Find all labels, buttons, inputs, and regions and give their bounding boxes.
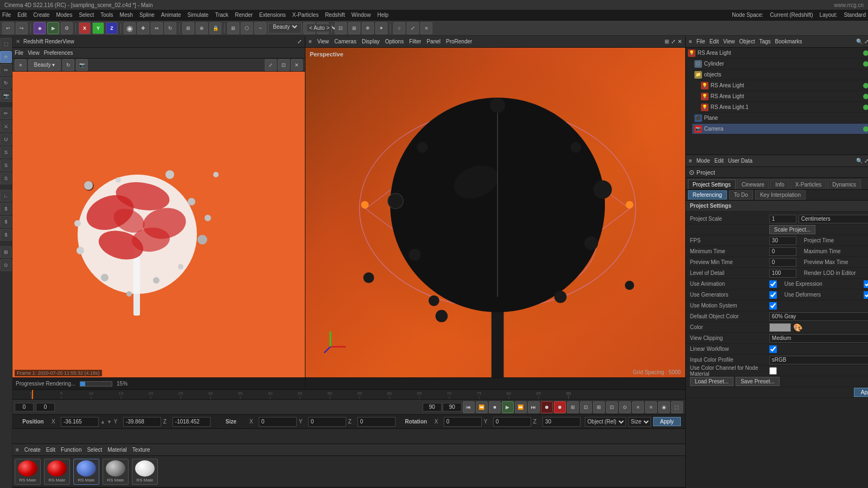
om-menu-object[interactable]: Object — [739, 38, 755, 44]
om-search-icon[interactable]: 🔍 — [856, 38, 863, 44]
timeline-extra-5[interactable]: ⊙ — [619, 401, 631, 413]
menu-redshift[interactable]: Redshift — [325, 12, 345, 18]
material-item-0[interactable]: RS Mate — [15, 459, 41, 485]
size-mode-select[interactable]: Size — [628, 417, 651, 427]
rl1-vis-1[interactable] — [863, 105, 868, 110]
subtab-referencing[interactable]: Referencing — [688, 190, 727, 200]
rv-tb-close2[interactable]: ✕ — [291, 59, 303, 71]
menu-window[interactable]: Window — [352, 12, 371, 18]
layout4-btn[interactable]: ✦ — [375, 22, 387, 34]
ps-unit-select[interactable]: Centimeters — [799, 215, 868, 223]
tool-select[interactable]: ⬚ — [0, 38, 12, 50]
mat-menu-hamburger[interactable]: ≡ — [16, 447, 19, 453]
material-item-2[interactable]: RS Mate — [73, 459, 99, 485]
fps-input[interactable] — [769, 236, 796, 245]
tab-project-settings[interactable]: Project Settings — [688, 179, 736, 189]
rot-z-input[interactable] — [542, 417, 580, 427]
mat-menu-material[interactable]: Material — [107, 447, 127, 453]
pv-icon-2[interactable]: ⤢ — [671, 38, 675, 44]
cam-vis-1[interactable] — [863, 126, 868, 132]
tool-s3[interactable]: S — [0, 172, 12, 184]
rv-menu-view[interactable]: View — [28, 50, 40, 56]
color-picker-icon[interactable]: 🎨 — [793, 323, 802, 332]
menu-simulate[interactable]: Simulate — [188, 12, 209, 18]
timeline-extra-3[interactable]: ⊞ — [593, 401, 605, 413]
coord-apply-btn[interactable]: Apply — [653, 417, 681, 426]
am-hamburger[interactable]: ≡ — [689, 158, 692, 164]
size-x-input[interactable] — [259, 417, 297, 427]
timeline-field-2[interactable] — [36, 403, 55, 412]
rv-menu-prefs[interactable]: Preferences — [44, 50, 73, 56]
am-menu-edit[interactable]: Edit — [714, 158, 724, 164]
obj-row-plane[interactable]: ⬛ Plane — [692, 113, 868, 124]
rv-tb-refresh[interactable]: ↻ — [62, 59, 74, 71]
rot-x-input[interactable] — [444, 417, 482, 427]
menu-track[interactable]: Track — [215, 12, 228, 18]
new-btn[interactable]: ◆ — [34, 22, 46, 34]
undo-btn[interactable]: ↩ — [2, 22, 14, 34]
apply-btn[interactable]: Apply — [854, 388, 868, 397]
pv-menu-filter[interactable]: Filter — [409, 38, 421, 44]
pv-canvas[interactable]: Perspective 人人素材 RRCG RRCG — [305, 48, 685, 377]
om-expand-icon[interactable]: ⤢ — [864, 38, 868, 44]
color-profile-select[interactable]: sRGB — [769, 356, 868, 364]
save-preset-btn[interactable]: Save Preset... — [736, 377, 780, 386]
menu-mesh[interactable]: Mesh — [120, 12, 133, 18]
menu-select[interactable]: Select — [79, 12, 94, 18]
om-menu-bookmarks[interactable]: Bookmarks — [775, 38, 802, 44]
layout3-btn[interactable]: ❄ — [362, 22, 374, 34]
am-expand-icon[interactable]: ⤢ — [864, 158, 868, 164]
timeline-extra-1[interactable]: ⊞ — [567, 401, 579, 413]
rv-tb-1[interactable]: ≡ — [15, 59, 27, 71]
deform-btn[interactable]: ~ — [254, 22, 266, 34]
am-search-icon[interactable]: 🔍 — [856, 158, 863, 164]
pv-menu-panel[interactable]: Panel — [426, 38, 441, 44]
timeline-extra-4[interactable]: ⊡ — [606, 401, 618, 413]
ps-input[interactable] — [769, 215, 796, 223]
tool-null[interactable]: ⊙ — [0, 259, 12, 271]
menu-spline[interactable]: Spline — [139, 12, 155, 18]
menu-create[interactable]: Create — [33, 12, 49, 18]
tool-dollar2[interactable]: $ — [0, 216, 12, 228]
obj-btn[interactable]: ◉ — [124, 22, 136, 34]
coord-system-select[interactable]: Object (Rel) — [585, 417, 626, 427]
obj-row-cylinder[interactable]: ⬡ Cylinder — [692, 59, 868, 69]
pv-menu-cameras[interactable]: Cameras — [334, 38, 356, 44]
om-menu-tags[interactable]: Tags — [759, 38, 770, 44]
pv-menu-prorender[interactable]: ProRender — [446, 38, 472, 44]
tab-info[interactable]: Info — [770, 179, 789, 189]
axis-btn[interactable]: ⊕ — [196, 22, 208, 34]
rot-y-input[interactable] — [493, 417, 531, 427]
mode-y-btn[interactable]: Y — [92, 22, 104, 34]
render-btn[interactable]: ▶ — [47, 22, 59, 34]
min-time-input[interactable] — [769, 247, 796, 256]
play-start-btn[interactable]: ⏮ — [463, 401, 475, 413]
rotate-btn[interactable]: ↻ — [164, 22, 176, 34]
timeline-end-2[interactable] — [443, 403, 462, 412]
prev-min-input[interactable] — [769, 258, 796, 267]
play-prev-btn[interactable]: ⏪ — [476, 401, 488, 413]
om-menu-file[interactable]: File — [697, 38, 705, 44]
pos-y-input[interactable]: -39.868 — [123, 417, 161, 427]
rv-canvas[interactable]: RRCG 人人素材 — [12, 72, 305, 377]
render-view-expand[interactable]: ⤢ — [297, 38, 302, 44]
play-end-btn[interactable]: ⏭ — [528, 401, 540, 413]
rv-menu-file[interactable]: File — [15, 50, 23, 56]
snap-btn[interactable]: ⊞ — [182, 22, 194, 34]
mode-z-btn[interactable]: Z — [106, 22, 118, 34]
am-menu-userdata[interactable]: User Data — [728, 158, 752, 164]
timeline-extra-8[interactable]: ◉ — [658, 401, 670, 413]
play-next-btn[interactable]: ⏩ — [515, 401, 527, 413]
scale-project-btn[interactable]: Scale Project... — [769, 225, 815, 234]
pv-menu-options[interactable]: Options — [385, 38, 404, 44]
subtab-todo[interactable]: To Do — [729, 190, 753, 200]
color-swatch[interactable] — [769, 323, 791, 332]
tool-scale[interactable]: ⇔ — [0, 64, 12, 76]
circle-btn[interactable]: ○ — [393, 22, 405, 34]
material-item-1[interactable]: RS Mate — [44, 459, 70, 485]
pos-x-arrow-up[interactable]: ▲ — [100, 419, 105, 425]
tool-brush[interactable]: S — [0, 146, 12, 158]
mode-x-btn[interactable]: X — [79, 22, 91, 34]
menu-modes[interactable]: Modes — [56, 12, 72, 18]
tool-group[interactable]: ⊞ — [0, 246, 12, 258]
